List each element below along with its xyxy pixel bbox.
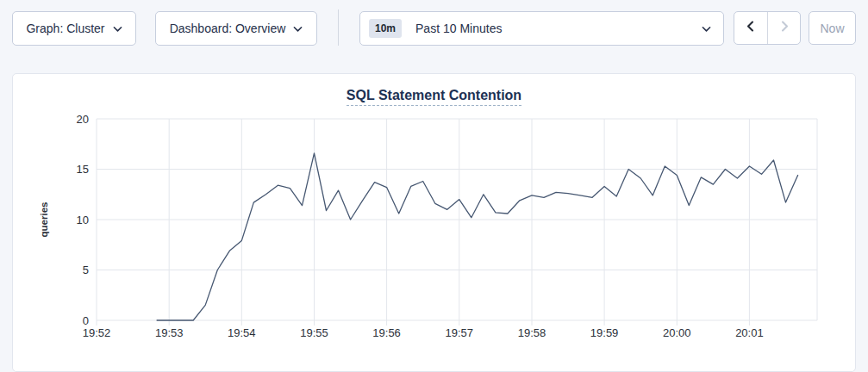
next-time-button[interactable] [767,12,800,44]
x-tick-label: 20:00 [663,326,691,339]
dashboard-dropdown-label: Dashboard: Overview [170,22,286,35]
graph-dropdown[interactable]: Graph: Cluster [12,11,136,46]
x-tick-label: 19:56 [372,326,401,339]
chevron-right-icon [778,20,790,36]
time-range-picker[interactable]: 10m Past 10 Minutes [359,11,724,46]
prev-time-button[interactable] [734,12,767,44]
chevron-down-icon [293,22,303,35]
chevron-down-icon [113,22,122,35]
x-tick-label: 19:58 [518,326,546,339]
y-tick-label: 20 [77,113,89,126]
toolbar-divider [338,9,339,46]
x-tick-label: 19:54 [228,326,256,339]
x-tick-label: 19:55 [300,326,328,339]
chart-title[interactable]: SQL Statement Contention [347,88,521,106]
toolbar: Graph: Cluster Dashboard: Overview 10m P… [0,0,868,59]
y-tick-label: 5 [83,264,89,276]
chevron-left-icon [745,20,757,36]
series-line [157,153,798,320]
contention-chart[interactable]: 0510152019:5219:5319:5419:5519:5619:5719… [13,74,857,372]
x-tick-label: 19:52 [83,326,111,339]
time-range-badge: 10m [369,19,402,38]
y-tick-label: 10 [77,214,89,226]
x-tick-label: 19:53 [155,326,184,339]
graph-dropdown-label: Graph: Cluster [26,22,104,35]
time-range-label: Past 10 Minutes [415,22,702,35]
y-tick-label: 15 [77,163,89,176]
now-button-label: Now [820,22,844,35]
now-button[interactable]: Now [809,11,856,45]
chart-card: 0510152019:5219:5319:5419:5519:5619:5719… [12,73,856,372]
time-step-buttons [734,11,801,45]
x-tick-label: 19:59 [590,326,619,339]
chart-title-row: SQL Statement Contention [13,88,855,106]
y-tick-label: 0 [83,314,89,327]
chevron-down-icon [702,22,711,35]
x-tick-label: 20:01 [735,326,764,339]
x-tick-label: 19:57 [446,326,474,339]
y-axis-label: queries [39,202,49,238]
dashboard-dropdown[interactable]: Dashboard: Overview [155,11,317,46]
